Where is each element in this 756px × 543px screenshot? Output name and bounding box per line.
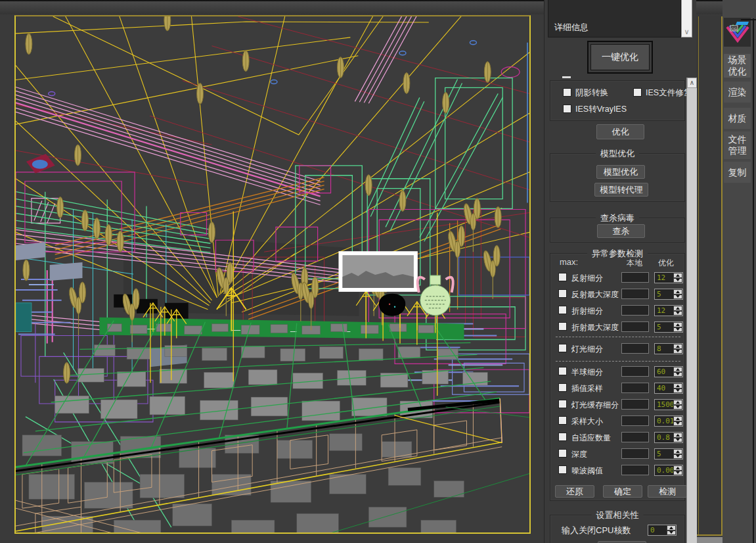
- spin-up-icon[interactable]: [667, 525, 676, 531]
- viewport-3d[interactable]: [14, 15, 531, 534]
- chevron-up-icon[interactable]: ∧: [687, 78, 697, 88]
- local-input[interactable]: [621, 432, 649, 442]
- chevron-down-icon[interactable]: ∨: [682, 28, 692, 35]
- spinner-buttons[interactable]: [673, 367, 682, 377]
- value-spinner[interactable]: 12: [654, 305, 683, 316]
- param-checkbox[interactable]: [558, 449, 567, 458]
- spin-down-icon[interactable]: [673, 327, 682, 333]
- confirm-button[interactable]: 确定: [603, 485, 642, 498]
- spinner-buttons[interactable]: [673, 344, 682, 354]
- value-spinner[interactable]: 0.00: [654, 465, 683, 476]
- spin-down-icon[interactable]: [673, 349, 682, 354]
- param-checkbox[interactable]: [558, 322, 567, 331]
- param-checkbox[interactable]: [558, 289, 567, 298]
- spinner-buttons[interactable]: [673, 400, 682, 410]
- param-checkbox[interactable]: [558, 400, 567, 408]
- value-spinner[interactable]: 60: [654, 366, 683, 377]
- spin-up-icon[interactable]: [673, 449, 682, 454]
- spinner-buttons[interactable]: [673, 433, 682, 442]
- value-spinner[interactable]: 1500: [654, 399, 683, 410]
- spin-up-icon[interactable]: [673, 383, 682, 389]
- tab-file-manage[interactable]: 文件管理: [724, 131, 751, 159]
- value-spinner[interactable]: 5: [654, 289, 683, 300]
- model-proxy-button[interactable]: 模型转代理: [594, 183, 648, 197]
- local-input[interactable]: [621, 272, 649, 283]
- one-click-optimize-button[interactable]: 一键优化: [590, 44, 650, 70]
- panel-scrollbar[interactable]: ∧: [686, 78, 697, 543]
- ies-vray-checkbox[interactable]: [563, 105, 571, 113]
- local-input[interactable]: [621, 289, 649, 299]
- param-checkbox[interactable]: [558, 367, 567, 375]
- detect-button[interactable]: 检测: [648, 485, 687, 498]
- cpu-cores-spinner[interactable]: 0: [648, 525, 677, 536]
- value-spinner[interactable]: 0.01: [654, 415, 683, 427]
- restore-button[interactable]: 还原: [555, 485, 594, 498]
- plugin-logo-button[interactable]: CG: [724, 18, 751, 47]
- virus-scan-button[interactable]: 查杀: [597, 224, 645, 238]
- value-spinner[interactable]: 8: [654, 343, 683, 354]
- spin-up-icon[interactable]: [673, 433, 682, 438]
- local-input[interactable]: [621, 415, 649, 426]
- spin-up-icon[interactable]: [673, 416, 682, 421]
- param-checkbox[interactable]: [558, 344, 567, 352]
- spin-up-icon[interactable]: [673, 465, 682, 471]
- shadow-convert-checkbox[interactable]: [563, 88, 571, 97]
- value-spinner[interactable]: 5: [654, 321, 683, 333]
- ies-fix-checkbox[interactable]: [633, 88, 642, 97]
- info-listbox[interactable]: 详细信息: [548, 0, 681, 37]
- local-input[interactable]: [621, 383, 649, 393]
- spin-up-icon[interactable]: [673, 322, 682, 327]
- spin-up-icon[interactable]: [673, 306, 682, 311]
- tab-scene-optimize[interactable]: 场景优化: [724, 54, 751, 78]
- spinner-buttons[interactable]: [667, 525, 676, 535]
- tab-render[interactable]: 渲染: [724, 82, 751, 103]
- param-checkbox[interactable]: [558, 416, 567, 425]
- spin-down-icon[interactable]: [673, 372, 682, 377]
- param-checkbox[interactable]: [558, 383, 567, 392]
- spin-down-icon[interactable]: [673, 421, 682, 427]
- spin-down-icon[interactable]: [673, 438, 682, 443]
- local-input[interactable]: [621, 366, 649, 377]
- local-input[interactable]: [621, 305, 649, 316]
- spinner-buttons[interactable]: [673, 289, 682, 299]
- param-row: 深度 5: [550, 448, 686, 460]
- spinner-buttons[interactable]: [673, 273, 682, 283]
- spin-up-icon[interactable]: [673, 400, 682, 405]
- value-spinner[interactable]: 12: [654, 272, 683, 283]
- spin-down-icon[interactable]: [673, 405, 682, 410]
- param-checkbox[interactable]: [558, 273, 567, 281]
- spin-up-icon[interactable]: [673, 367, 682, 372]
- value-spinner[interactable]: 40: [654, 383, 683, 394]
- tab-copy[interactable]: 复制: [724, 162, 751, 183]
- tab-material[interactable]: 材质: [724, 108, 751, 129]
- spin-down-icon[interactable]: [667, 531, 676, 536]
- value-spinner[interactable]: 5: [654, 448, 683, 460]
- spin-down-icon[interactable]: [673, 454, 682, 460]
- param-checkbox[interactable]: [558, 306, 567, 314]
- spin-down-icon[interactable]: [673, 311, 682, 316]
- spin-up-icon[interactable]: [673, 273, 682, 278]
- spin-down-icon[interactable]: [673, 389, 682, 394]
- spinner-buttons[interactable]: [673, 449, 682, 459]
- model-optimize-button[interactable]: 模型优化: [596, 165, 645, 179]
- spinner-buttons[interactable]: [673, 322, 682, 332]
- spin-down-icon[interactable]: [673, 471, 682, 476]
- info-scrollbar[interactable]: ∨: [681, 0, 692, 37]
- local-input[interactable]: [621, 321, 649, 332]
- optimize-button[interactable]: 优化: [596, 124, 644, 139]
- spinner-buttons[interactable]: [673, 416, 682, 426]
- spin-up-icon[interactable]: [673, 289, 682, 295]
- spinner-buttons[interactable]: [673, 465, 682, 475]
- spinner-buttons[interactable]: [673, 306, 682, 316]
- spinner-buttons[interactable]: [673, 383, 682, 393]
- local-input[interactable]: [621, 399, 649, 410]
- spin-down-icon[interactable]: [673, 295, 682, 300]
- param-checkbox[interactable]: [558, 465, 567, 474]
- spin-up-icon[interactable]: [673, 344, 682, 349]
- value-spinner[interactable]: 0.8: [654, 432, 683, 443]
- local-input[interactable]: [621, 343, 649, 354]
- param-checkbox[interactable]: [558, 433, 567, 441]
- local-input[interactable]: [621, 448, 649, 459]
- spin-down-icon[interactable]: [673, 278, 682, 283]
- local-input[interactable]: [621, 465, 649, 475]
